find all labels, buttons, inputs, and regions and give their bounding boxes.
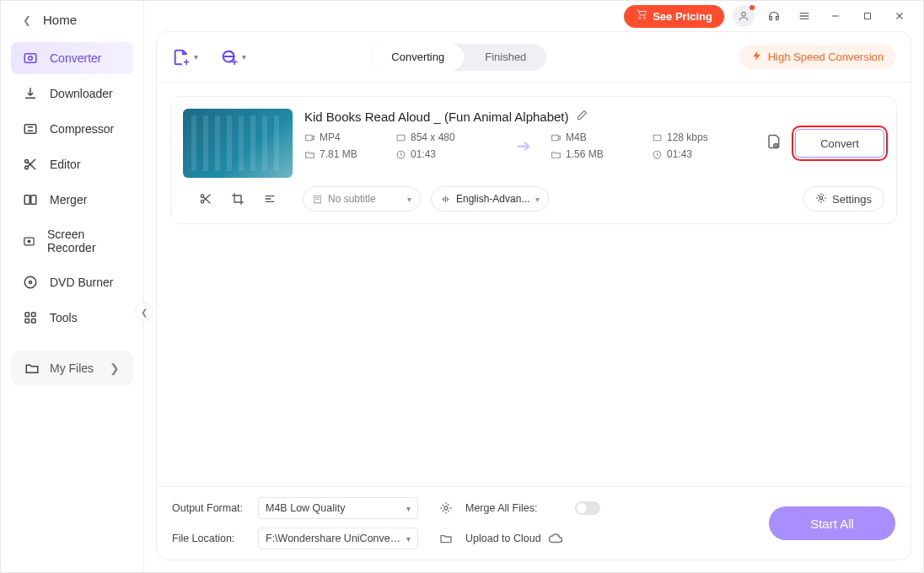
svg-rect-13 xyxy=(25,319,30,324)
high-speed-conversion-button[interactable]: High Speed Conversion xyxy=(739,45,895,69)
sidebar-item-compressor[interactable]: Compressor xyxy=(11,113,133,145)
subtitle-value: No subtitle xyxy=(328,193,376,205)
download-icon xyxy=(23,86,38,101)
video-thumbnail[interactable] xyxy=(183,109,293,178)
output-settings-icon[interactable] xyxy=(435,501,457,515)
chevron-down-icon: ▾ xyxy=(535,195,540,204)
svg-rect-0 xyxy=(24,54,36,63)
file-location-label: File Location: xyxy=(172,533,250,544)
source-format: MP4 xyxy=(304,131,387,143)
close-button[interactable] xyxy=(888,4,911,28)
cloud-icon[interactable] xyxy=(548,531,563,546)
output-format-label: Output Format: xyxy=(172,502,250,514)
scissors-icon xyxy=(23,157,38,172)
headset-icon[interactable] xyxy=(763,5,785,27)
audio-value: English-Advan... xyxy=(456,193,529,205)
chevron-down-icon: ▾ xyxy=(407,195,411,204)
file-location-select[interactable]: F:\Wondershare UniConverter 1 ▾ xyxy=(258,527,418,549)
home-label: Home xyxy=(43,13,77,27)
svg-rect-2 xyxy=(24,125,36,134)
target-bitrate: 128 kbps xyxy=(652,131,753,143)
chevron-right-icon: ❯ xyxy=(110,361,120,375)
sidebar-nav: Converter Downloader Compressor Editor xyxy=(1,39,143,340)
audio-icon xyxy=(440,194,451,205)
task-settings-button[interactable]: Settings xyxy=(803,186,884,212)
task-card: Kid Books Read Aloud _ (Fun Animal Alpha… xyxy=(170,96,897,224)
sidebar-item-editor[interactable]: Editor xyxy=(11,148,133,180)
mini-tools xyxy=(183,192,293,206)
maximize-button[interactable] xyxy=(856,4,879,28)
my-files-label: My Files xyxy=(50,361,94,375)
svg-point-29 xyxy=(444,506,448,510)
file-location-value: F:\Wondershare UniConverter 1 xyxy=(266,533,401,544)
svg-point-28 xyxy=(819,196,823,200)
sidebar-item-label: Downloader xyxy=(50,87,113,100)
subtitle-icon xyxy=(312,194,323,205)
svg-rect-11 xyxy=(25,313,30,317)
crop-icon[interactable] xyxy=(231,192,244,206)
sidebar-item-converter[interactable]: Converter xyxy=(11,42,133,74)
hsc-label: High Speed Conversion xyxy=(768,51,884,63)
sidebar-item-label: Editor xyxy=(50,158,81,171)
svg-point-9 xyxy=(24,276,36,288)
open-folder-icon[interactable] xyxy=(435,532,457,545)
content-toolbar: + ▾ + ▾ Converting Finished xyxy=(157,32,911,83)
lightning-icon xyxy=(751,50,763,64)
see-pricing-button[interactable]: See Pricing xyxy=(624,5,724,28)
tab-finished[interactable]: Finished xyxy=(465,44,546,71)
start-all-button[interactable]: Start All xyxy=(769,506,895,540)
audio-dropdown[interactable]: English-Advan... ▾ xyxy=(431,186,549,212)
account-icon[interactable] xyxy=(733,5,755,27)
sidebar-item-dvd-burner[interactable]: DVD Burner xyxy=(11,266,133,298)
home-button[interactable]: ❮ Home xyxy=(1,1,143,39)
edit-title-icon[interactable] xyxy=(576,109,588,125)
subtitle-dropdown[interactable]: No subtitle ▾ xyxy=(303,186,421,212)
compressor-icon xyxy=(23,121,38,137)
svg-rect-16 xyxy=(865,13,871,19)
output-format-select[interactable]: M4B Low Quality ▾ xyxy=(258,497,418,519)
sidebar-item-label: Merger xyxy=(50,193,87,206)
my-files-button[interactable]: My Files ❯ xyxy=(11,351,133,386)
merge-label: Merge All Files: xyxy=(465,502,567,514)
settings-label: Settings xyxy=(832,193,872,206)
titlebar: See Pricing xyxy=(144,1,923,31)
source-duration: 01:43 xyxy=(395,148,497,160)
merge-toggle[interactable] xyxy=(575,501,600,515)
tabs: Converting Finished xyxy=(371,44,546,71)
svg-rect-20 xyxy=(397,135,405,141)
svg-point-1 xyxy=(29,56,33,61)
sidebar-item-label: Compressor xyxy=(50,122,114,136)
chevron-down-icon: ▾ xyxy=(242,52,246,62)
sidebar-item-downloader[interactable]: Downloader xyxy=(11,78,133,110)
output-format-value: M4B Low Quality xyxy=(266,502,345,514)
sidebar-item-screen-recorder[interactable]: Screen Recorder xyxy=(11,219,133,263)
svg-rect-6 xyxy=(31,195,36,205)
add-url-button[interactable]: + ▾ xyxy=(220,48,246,67)
file-title: Kid Books Read Aloud _ (Fun Animal Alpha… xyxy=(304,110,569,124)
sidebar-collapse-button[interactable]: ❮ xyxy=(135,303,153,321)
sidebar-item-merger[interactable]: Merger xyxy=(11,184,133,216)
effects-icon[interactable] xyxy=(263,192,277,206)
folder-icon xyxy=(24,361,40,376)
target-format: M4B xyxy=(551,131,643,143)
chevron-left-icon: ❮ xyxy=(23,14,31,26)
minimize-button[interactable] xyxy=(824,4,847,28)
add-file-button[interactable]: + ▾ xyxy=(172,48,198,67)
svg-point-26 xyxy=(201,195,203,197)
chevron-down-icon: ▾ xyxy=(406,504,411,513)
convert-button[interactable]: Convert xyxy=(795,129,884,158)
svg-rect-14 xyxy=(32,319,36,324)
arrow-right-icon: ➔ xyxy=(505,136,542,156)
target-duration: 01:43 xyxy=(652,148,753,160)
svg-point-8 xyxy=(28,240,30,242)
menu-icon[interactable] xyxy=(793,5,815,27)
svg-rect-22 xyxy=(653,135,661,141)
sidebar-item-tools[interactable]: Tools xyxy=(11,302,133,334)
trim-icon[interactable] xyxy=(199,192,212,206)
svg-point-4 xyxy=(25,166,29,169)
cart-icon xyxy=(636,9,647,24)
tab-converting[interactable]: Converting xyxy=(371,44,465,71)
upload-label: Upload to Cloud xyxy=(465,533,541,544)
task-options-icon[interactable] xyxy=(765,133,782,153)
record-icon xyxy=(23,233,35,249)
